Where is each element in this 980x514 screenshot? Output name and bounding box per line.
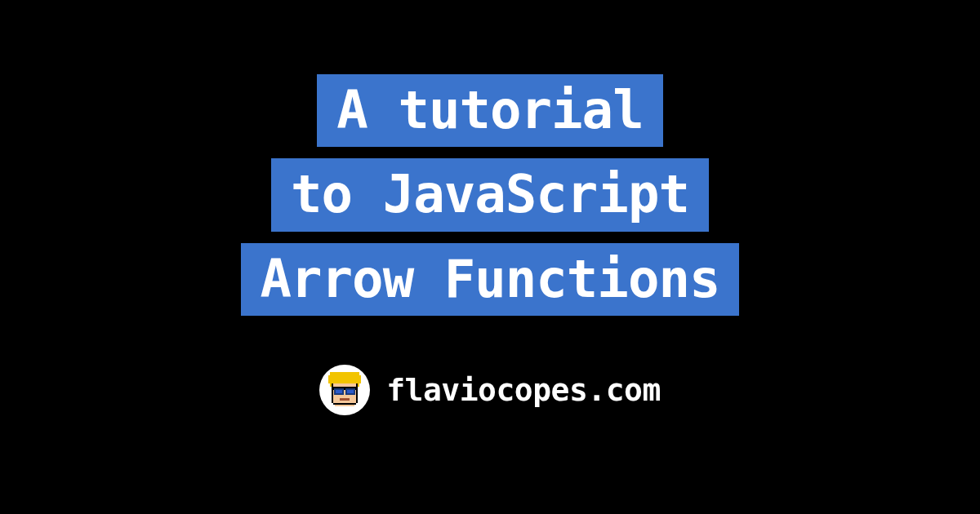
title-line-1: A tutorial — [317, 74, 662, 148]
title-block: A tutorial to JavaScript Arrow Functions — [241, 74, 740, 317]
site-name: flaviocopes.com — [386, 372, 661, 408]
svg-rect-13 — [340, 398, 350, 401]
avatar — [319, 365, 370, 415]
avatar-icon — [322, 367, 368, 413]
title-line-3: Arrow Functions — [241, 243, 740, 317]
svg-rect-11 — [356, 383, 358, 403]
svg-rect-2 — [328, 375, 361, 383]
svg-rect-9 — [347, 390, 354, 393]
title-line-2: to JavaScript — [271, 158, 709, 232]
svg-rect-8 — [336, 390, 342, 393]
svg-rect-12 — [333, 403, 356, 405]
footer: flaviocopes.com — [319, 365, 661, 415]
svg-rect-10 — [332, 383, 333, 403]
